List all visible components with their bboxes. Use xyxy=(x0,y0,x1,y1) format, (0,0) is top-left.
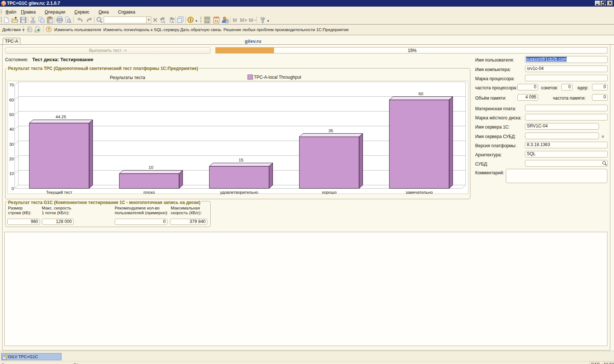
svg-text:?: ? xyxy=(48,27,50,31)
svg-text:70: 70 xyxy=(9,83,14,87)
svg-text:60: 60 xyxy=(9,98,14,102)
svg-text:10: 10 xyxy=(9,171,14,176)
svg-text:44.25: 44.25 xyxy=(56,115,66,119)
svg-text:Результаты теста: Результаты теста xyxy=(110,75,145,80)
svg-text:TPC-A-local Throughput: TPC-A-local Throughput xyxy=(254,75,302,80)
svg-text:31: 31 xyxy=(214,19,218,23)
svg-text:1С: 1С xyxy=(1,2,6,5)
svg-text:50: 50 xyxy=(9,112,14,117)
svg-text:30: 30 xyxy=(9,142,14,146)
svg-text:10: 10 xyxy=(149,165,154,170)
svg-text:20: 20 xyxy=(9,157,14,161)
svg-text:замечательно: замечательно xyxy=(406,190,433,194)
svg-text:Текущий тест: Текущий тест xyxy=(46,190,73,194)
svg-text:15: 15 xyxy=(239,158,244,162)
svg-text:40: 40 xyxy=(9,127,14,131)
svg-text:35: 35 xyxy=(329,129,333,133)
svg-text:плохо: плохо xyxy=(144,190,155,194)
svg-text:60: 60 xyxy=(419,92,423,96)
svg-text:0: 0 xyxy=(12,186,14,191)
svg-text:удовлетворительно: удовлетворительно xyxy=(220,190,258,194)
svg-text:хорошо: хорошо xyxy=(322,190,336,194)
